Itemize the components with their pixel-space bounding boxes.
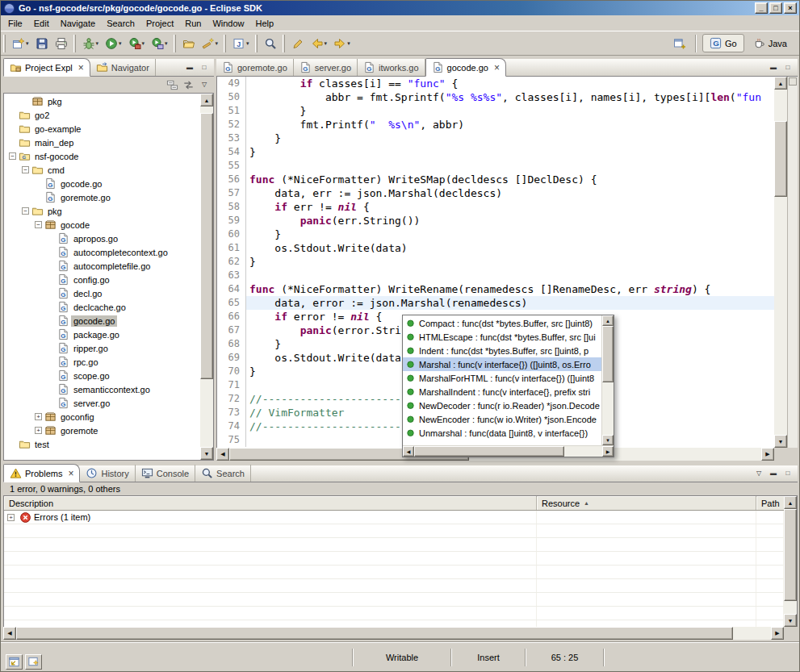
explorer-maximize-button[interactable]: □ [198, 62, 211, 73]
tree-expander[interactable]: − [35, 221, 42, 228]
problems-vscroll[interactable]: ▲▼ [784, 496, 797, 627]
problems-hscroll[interactable]: ◀▶ [3, 627, 784, 640]
content-assist-item[interactable]: Unmarshal : func(data []uint8, v interfa… [403, 426, 601, 440]
assist-scroll-up-button[interactable]: ▲ [602, 315, 614, 326]
code-text[interactable]: if err != nil { [246, 200, 774, 214]
tree-item[interactable]: pkg [4, 94, 200, 108]
editor-vscroll[interactable]: ▲▼ [774, 77, 787, 448]
editor-scroll-track[interactable] [774, 90, 787, 435]
tree-item[interactable]: Gapropos.go [4, 232, 200, 245]
annotation-overview-box[interactable] [789, 77, 797, 86]
explorer-view-menu-button[interactable]: ▽ [198, 80, 211, 90]
tab-close-icon[interactable]: × [78, 64, 84, 72]
editor-scroll-thumb[interactable] [774, 121, 787, 197]
open-perspective-button[interactable] [670, 35, 689, 52]
tree-item[interactable]: test [4, 437, 200, 451]
code-text[interactable] [246, 159, 774, 173]
tab-history[interactable]: History [80, 465, 135, 482]
explorer-scroll-up-button[interactable]: ▲ [200, 94, 213, 106]
tree-item[interactable]: Gserver.go [4, 396, 200, 410]
problems-scroll-thumb[interactable] [16, 627, 733, 640]
tree-expander[interactable]: − [22, 207, 29, 215]
fast-view-button[interactable] [6, 654, 23, 670]
tree-expander[interactable]: + [35, 413, 42, 420]
explorer-minimize-button[interactable]: ▬ [183, 62, 196, 73]
editor-scroll-up-button[interactable]: ▲ [774, 77, 787, 90]
code-text[interactable]: } [246, 145, 774, 159]
tree-item[interactable]: main_dep [4, 136, 200, 149]
tree-item[interactable]: Gsemanticcontext.go [4, 382, 200, 396]
menu-window[interactable]: Window [207, 17, 249, 30]
editor-scroll-down-button[interactable]: ▼ [774, 435, 787, 448]
explorer-scroll-track[interactable] [200, 106, 213, 447]
tree-item[interactable]: Gdeclcache.go [4, 300, 200, 314]
debug-button[interactable]: ▾ [79, 35, 103, 52]
code-text[interactable]: panic(err.String()) [246, 214, 774, 227]
content-assist-item[interactable]: Compact : func(dst *bytes.Buffer, src []… [403, 316, 601, 330]
tree-expander[interactable]: + [35, 427, 42, 434]
tree-item[interactable]: −Gnsf-gocode [4, 149, 200, 163]
code-text[interactable]: } [246, 104, 774, 118]
tree-item[interactable]: Grpc.go [4, 355, 200, 369]
tab-close-icon[interactable]: × [494, 64, 500, 72]
assist-vscroll[interactable]: ▲▼ [601, 315, 614, 445]
assist-hscroll[interactable]: ◀▶ [403, 445, 614, 457]
open-resource-button[interactable] [179, 35, 199, 52]
search-button[interactable] [261, 35, 280, 52]
menu-run[interactable]: Run [179, 17, 207, 30]
tree-item[interactable]: Gscope.go [4, 369, 200, 382]
print-button[interactable] [52, 35, 71, 52]
close-button[interactable]: × [784, 2, 797, 14]
editor-maximize-button[interactable]: □ [781, 62, 794, 73]
code-text[interactable]: os.Stdout.Write(data) [246, 241, 774, 255]
tree-item-selected[interactable]: Ggocode.go [4, 314, 200, 328]
problems-scroll-track[interactable] [16, 627, 771, 640]
tab-problems[interactable]: Problems× [3, 464, 80, 482]
perspective-go-button[interactable]: GGo [702, 34, 744, 52]
titlebar[interactable]: Go - nsf-gocode/src/pkg/gocode/gocode.go… [1, 1, 799, 15]
column-header-description[interactable]: Description [4, 496, 537, 510]
back-button[interactable]: ▾ [308, 35, 331, 52]
menu-help[interactable]: Help [250, 17, 280, 30]
maximize-button[interactable]: □ [769, 2, 782, 14]
code-text[interactable]: } [246, 227, 774, 241]
problems-view-menu-button[interactable]: ▽ [752, 468, 765, 478]
content-assist-item[interactable]: NewEncoder : func(w io.Writer) *json.Enc… [403, 412, 601, 426]
tab-close-icon[interactable]: × [68, 470, 73, 478]
tree-item[interactable]: +goconfig [4, 410, 200, 424]
menu-edit[interactable]: Edit [28, 17, 55, 30]
external-tools-button[interactable]: ▾ [148, 35, 171, 52]
tab-console[interactable]: Console [136, 465, 195, 482]
menu-file[interactable]: File [2, 17, 28, 30]
problems-scroll-left-button[interactable]: ◀ [3, 627, 16, 640]
tree-expander[interactable]: − [9, 152, 16, 160]
assist-scroll-track[interactable] [602, 326, 614, 435]
code-text[interactable]: if classes[i] == "func" { [246, 77, 774, 90]
content-assist-item[interactable]: HTMLEscape : func(dst *bytes.Buffer, src… [403, 330, 601, 344]
code-text[interactable]: func (*NiceFormatter) WriteSMap(decldesc… [246, 173, 774, 186]
column-header-resource[interactable]: Resource▲ [537, 496, 756, 510]
tab-navigator[interactable]: Navigator [90, 59, 156, 76]
last-edit-location-button[interactable] [288, 35, 308, 52]
editor-scroll-right-button[interactable]: ▶ [761, 448, 774, 461]
tab-search[interactable]: Search [195, 465, 251, 482]
problems-scroll-thumb[interactable] [784, 509, 797, 601]
problems-maximize-button[interactable]: □ [781, 468, 794, 478]
tree-item[interactable]: −pkg [4, 204, 200, 218]
explorer-scroll-down-button[interactable]: ▼ [200, 447, 213, 460]
tab-goremote-go[interactable]: Ggoremote.go [216, 59, 294, 76]
column-header-path[interactable]: Path [756, 496, 784, 510]
content-assist-item[interactable]: NewDecoder : func(r io.Reader) *json.Dec… [403, 399, 601, 412]
tree-item[interactable]: Ggocode.go [4, 177, 200, 190]
save-button[interactable] [32, 35, 52, 52]
show-view-shortcut-button[interactable] [25, 654, 42, 670]
new-java-element-button[interactable]: J▾ [229, 35, 253, 52]
tab-server-go[interactable]: Gserver.go [294, 59, 358, 76]
tab-project-expl[interactable]: Project Expl× [3, 58, 90, 77]
editor-scroll-left-button[interactable]: ◀ [216, 448, 229, 461]
explorer-scroll-thumb[interactable] [200, 113, 213, 378]
problems-row[interactable]: +Errors (1 item) [4, 511, 784, 524]
assist-scroll-track[interactable] [414, 446, 602, 457]
problems-scroll-right-button[interactable]: ▶ [771, 627, 784, 640]
tree-item[interactable]: Gautocompletecontext.go [4, 245, 200, 259]
